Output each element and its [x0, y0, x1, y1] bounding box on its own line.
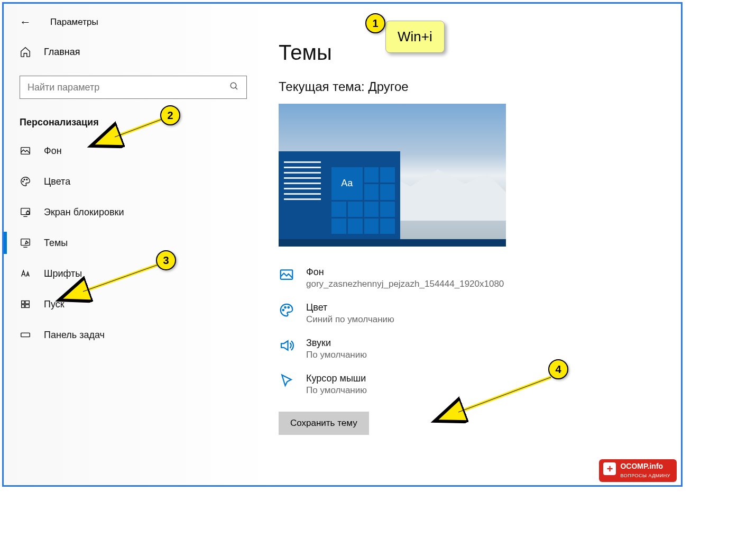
sidebar-item-themes[interactable]: Темы — [4, 228, 263, 258]
sidebar-item-colors[interactable]: Цвета — [4, 166, 263, 197]
image-icon — [20, 145, 31, 157]
setting-title: Фон — [306, 267, 504, 278]
start-icon — [20, 298, 31, 310]
annotation-badge-4: 4 — [548, 359, 568, 379]
back-arrow-icon[interactable]: ← — [20, 15, 31, 29]
watermark-sub: ВОПРОСЫ АДМИНУ — [620, 473, 670, 478]
svg-point-5 — [26, 179, 27, 180]
svg-rect-7 — [26, 212, 30, 214]
svg-point-16 — [284, 307, 286, 308]
theme-preview[interactable]: Aa — [279, 104, 506, 247]
save-theme-button[interactable]: Сохранить тему — [279, 412, 369, 435]
setting-sounds[interactable]: Звуки По умолчанию — [279, 331, 665, 367]
lock-screen-icon — [20, 206, 31, 218]
sound-icon — [279, 338, 294, 353]
image-icon — [279, 267, 294, 283]
home-button[interactable]: Главная — [4, 39, 263, 65]
page-title: Темы — [279, 41, 665, 65]
svg-line-23 — [458, 377, 551, 412]
svg-point-3 — [23, 181, 24, 182]
svg-rect-9 — [22, 301, 25, 304]
sidebar-item-label: Пуск — [44, 299, 64, 310]
setting-subtitle: gory_zasnezhennyj_pejzazh_154444_1920x10… — [306, 279, 504, 289]
taskbar-icon — [20, 329, 31, 341]
search-box[interactable] — [20, 76, 247, 99]
setting-color[interactable]: Цвет Синий по умолчанию — [279, 296, 665, 331]
setting-title: Звуки — [306, 338, 367, 349]
setting-subtitle: По умолчанию — [306, 350, 367, 360]
svg-rect-11 — [22, 305, 25, 308]
preview-taskbar — [279, 239, 506, 247]
setting-background[interactable]: Фон gory_zasnezhennyj_pejzazh_154444_192… — [279, 260, 665, 296]
annotation-badge-1: 1 — [365, 13, 385, 33]
svg-line-21 — [83, 265, 157, 292]
annotation-badge-2: 2 — [160, 105, 180, 125]
sidebar-item-lockscreen[interactable]: Экран блокировки — [4, 197, 263, 228]
sidebar-item-taskbar[interactable]: Панель задач — [4, 320, 263, 350]
annotation-badge-3: 3 — [156, 250, 176, 270]
preview-start-menu: Aa — [279, 151, 400, 239]
svg-rect-13 — [21, 333, 30, 336]
setting-subtitle: Синий по умолчанию — [306, 314, 394, 325]
sidebar-item-label: Цвета — [44, 176, 70, 187]
annotation-arrow-3 — [78, 262, 162, 299]
annotation-callout-1: Win+i — [385, 21, 445, 53]
svg-line-19 — [115, 119, 162, 137]
sidebar-item-label: Панель задач — [44, 330, 105, 341]
window-title: Параметры — [50, 17, 98, 28]
svg-line-1 — [235, 87, 237, 89]
palette-icon — [279, 302, 294, 318]
annotation-arrow-4 — [453, 374, 559, 422]
svg-point-0 — [231, 83, 236, 88]
themes-icon — [20, 237, 31, 249]
svg-point-17 — [288, 307, 290, 308]
current-theme-label: Текущая тема: Другое — [279, 79, 665, 94]
header-row: ← Параметры — [4, 12, 263, 39]
settings-window: ← Параметры Главная Персонализация Фон Ц… — [2, 2, 683, 487]
svg-point-15 — [283, 310, 284, 311]
setting-subtitle: По умолчанию — [306, 385, 367, 396]
sidebar-item-label: Экран блокировки — [44, 207, 124, 218]
setting-title: Цвет — [306, 302, 394, 313]
home-icon — [20, 46, 31, 58]
svg-rect-8 — [21, 239, 30, 245]
setting-title: Курсор мыши — [306, 373, 367, 384]
fonts-icon — [20, 268, 31, 279]
sidebar-item-label: Фон — [44, 145, 62, 157]
preview-sample-tile: Aa — [331, 167, 363, 200]
search-icon — [229, 81, 239, 93]
svg-rect-10 — [25, 301, 29, 304]
watermark: + OCOMP.info ВОПРОСЫ АДМИНУ — [599, 459, 677, 482]
svg-point-4 — [24, 179, 25, 180]
cursor-icon — [279, 373, 294, 389]
sidebar: ← Параметры Главная Персонализация Фон Ц… — [4, 4, 263, 485]
home-label: Главная — [44, 47, 80, 58]
palette-icon — [20, 176, 31, 187]
search-input[interactable] — [27, 82, 229, 93]
svg-rect-12 — [25, 305, 29, 308]
sidebar-item-label: Темы — [44, 238, 68, 249]
annotation-arrow-2 — [109, 115, 168, 147]
sidebar-item-label: Шрифты — [44, 268, 82, 279]
plus-icon: + — [603, 462, 616, 475]
watermark-main: OCOMP.info — [620, 462, 663, 470]
